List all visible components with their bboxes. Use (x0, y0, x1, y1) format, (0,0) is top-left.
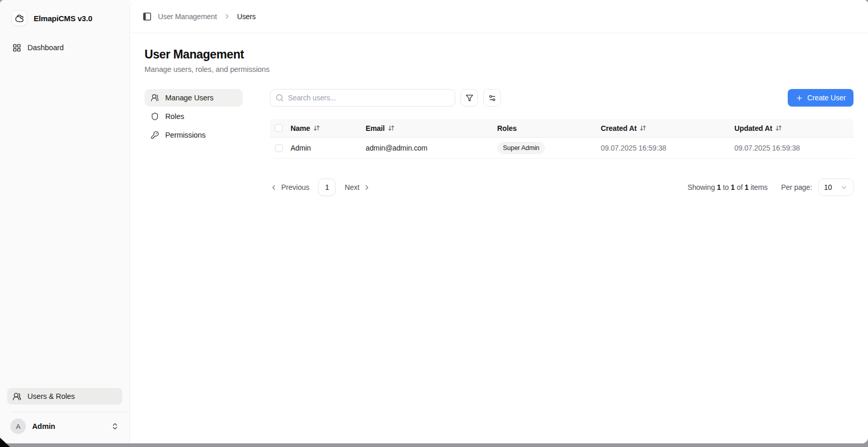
column-label: Email (366, 124, 385, 132)
search-input[interactable] (270, 89, 455, 107)
create-user-button[interactable]: Create User (788, 89, 853, 107)
row-checkbox[interactable] (275, 144, 283, 152)
previous-label: Previous (281, 183, 309, 191)
brand-name: ElmapiCMS v3.0 (34, 14, 92, 23)
previous-button[interactable]: Previous (270, 183, 309, 191)
chevron-right-icon (363, 184, 371, 191)
cell-created-at: 09.07.2025 16:59:38 (601, 144, 734, 152)
sort-icon (388, 125, 395, 131)
table-row[interactable]: Admin admin@admin.com Super Admin 09.07.… (270, 138, 853, 159)
plus-icon (795, 94, 803, 102)
sliders-icon (488, 94, 496, 102)
section-tabs: Manage Users Roles (144, 89, 243, 196)
cell-email: admin@admin.com (366, 144, 497, 152)
panel-left-icon[interactable] (142, 12, 152, 21)
column-label: Name (291, 124, 310, 132)
per-page-select[interactable]: 10 (818, 178, 853, 196)
users-icon (12, 392, 21, 401)
pager-summary: Showing 1 to 1 of 1 items Per page: (687, 178, 853, 196)
column-header-name[interactable]: Name (291, 124, 366, 132)
column-header-email[interactable]: Email (366, 124, 497, 132)
toolbar: Create User (270, 89, 853, 107)
showing-from: 1 (717, 183, 721, 191)
app-window: ElmapiCMS v3.0 Dashboard (0, 0, 868, 443)
showing-mid: to (723, 183, 729, 191)
sort-icon (640, 125, 646, 131)
search-box (270, 89, 455, 107)
role-badge: Super Admin (497, 142, 545, 154)
main-panel: User Management Users User Management Ma… (129, 0, 868, 443)
grid-icon (12, 43, 21, 52)
showing-text: Showing 1 to 1 of 1 items (687, 183, 768, 191)
desktop: ElmapiCMS v3.0 Dashboard (0, 0, 868, 447)
tab-label: Permissions (165, 131, 206, 139)
cell-roles: Super Admin (497, 142, 601, 154)
column-header-created-at[interactable]: Created At (601, 124, 734, 132)
sidebar: ElmapiCMS v3.0 Dashboard (0, 0, 129, 443)
breadcrumb-section[interactable]: User Management (158, 12, 217, 21)
page-content: User Management Manage users, roles, and… (130, 33, 868, 443)
next-button[interactable]: Next (344, 183, 371, 191)
breadcrumb: User Management Users (130, 0, 868, 33)
breadcrumb-current: Users (237, 12, 256, 21)
users-panel: Create User Name (270, 89, 853, 196)
sidebar-item-dashboard[interactable]: Dashboard (7, 39, 122, 56)
user-name: Admin (32, 422, 105, 430)
avatar: A (10, 419, 26, 434)
per-page-label: Per page: (781, 183, 812, 191)
sort-icon (775, 125, 782, 131)
chevron-right-icon (223, 12, 231, 20)
per-page-value: 10 (824, 183, 832, 191)
shield-icon (151, 112, 159, 121)
page-subtitle: Manage users, roles, and permissions (144, 65, 853, 73)
sidebar-nav: Dashboard (7, 39, 122, 56)
filter-button[interactable] (460, 89, 478, 107)
users-table: Name Email (270, 119, 853, 159)
tab-permissions[interactable]: Permissions (144, 126, 243, 144)
showing-total: 1 (745, 183, 749, 191)
funnel-icon (466, 94, 473, 102)
brand: ElmapiCMS v3.0 (7, 10, 122, 26)
cloud-logo-icon (11, 10, 27, 26)
tab-label: Manage Users (165, 94, 213, 102)
sidebar-bottom: Users & Roles A Admin (7, 388, 122, 443)
sidebar-item-label: Users & Roles (27, 392, 75, 400)
showing-prefix: Showing (687, 183, 715, 191)
users-icon (151, 94, 159, 102)
showing-to: 1 (731, 183, 735, 191)
tab-manage-users[interactable]: Manage Users (144, 89, 243, 107)
column-label: Roles (497, 124, 517, 132)
column-header-updated-at[interactable]: Updated At (734, 124, 853, 132)
key-icon (151, 131, 159, 139)
sidebar-item-users-roles[interactable]: Users & Roles (7, 388, 122, 405)
column-settings-button[interactable] (483, 89, 501, 107)
create-user-label: Create User (807, 94, 846, 102)
column-header-roles: Roles (497, 124, 601, 132)
pagination: Previous 1 Next (270, 178, 853, 196)
search-icon (276, 94, 284, 102)
user-menu[interactable]: A Admin (7, 412, 122, 441)
page-number-button[interactable]: 1 (318, 178, 336, 196)
cell-updated-at: 09.07.2025 16:59:38 (734, 144, 853, 152)
chevron-down-icon (840, 184, 848, 191)
per-page: Per page: 10 (781, 178, 853, 196)
sidebar-item-label: Dashboard (27, 43, 64, 52)
showing-mid: of (736, 183, 742, 191)
sort-icon (313, 125, 320, 131)
tab-roles[interactable]: Roles (144, 108, 243, 125)
pager-controls: Previous 1 Next (270, 178, 371, 196)
chevron-left-icon (270, 184, 278, 191)
page-title: User Management (144, 48, 853, 62)
showing-suffix: items (750, 183, 768, 191)
sidebar-spacer (7, 56, 122, 388)
select-all-checkbox[interactable] (275, 124, 283, 132)
cell-name: Admin (291, 144, 366, 152)
column-label: Created At (601, 124, 636, 132)
tab-label: Roles (165, 112, 184, 121)
next-label: Next (344, 183, 359, 191)
table-header: Name Email (270, 119, 853, 138)
column-label: Updated At (734, 124, 772, 132)
chevrons-up-down-icon (111, 422, 119, 430)
